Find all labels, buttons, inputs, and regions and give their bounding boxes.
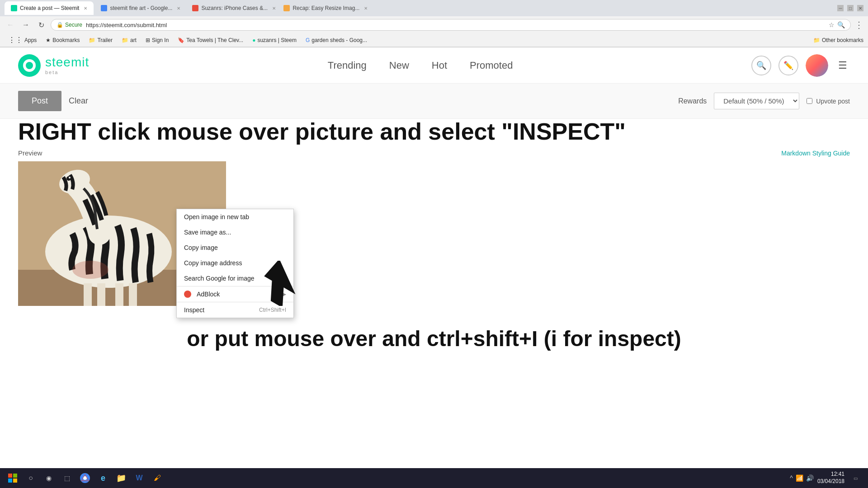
search-button[interactable]: 🔍 <box>751 56 771 75</box>
upvote-row: Upvote post <box>807 98 850 105</box>
bookmark-trailer[interactable]: 📁 Trailer <box>85 36 116 44</box>
svg-rect-5 <box>97 283 105 306</box>
svg-point-9 <box>66 176 71 181</box>
svg-rect-15 <box>13 479 17 483</box>
tab-google-fineart[interactable]: steemit fine art - Google... ✕ <box>94 1 185 15</box>
compose-button[interactable]: ✏️ <box>778 56 798 75</box>
svg-rect-6 <box>115 283 123 306</box>
wifi-icon[interactable]: 📶 <box>796 474 803 482</box>
taskbar-edge[interactable]: e <box>96 471 110 485</box>
page-content: steemit beta Trending New Hot Promoted 🔍… <box>0 47 868 488</box>
start-button[interactable] <box>5 471 20 485</box>
tab-close-1[interactable]: ✕ <box>84 6 87 11</box>
avatar-button[interactable] <box>806 54 828 77</box>
taskbar-search[interactable]: ○ <box>24 471 38 485</box>
nav-hot[interactable]: Hot <box>432 60 447 71</box>
bookmark-gardensheds[interactable]: G garden sheds - Goog... <box>302 36 371 44</box>
taskbar-word[interactable]: W <box>132 471 146 485</box>
nav-trending[interactable]: Trending <box>328 60 367 71</box>
reload-button[interactable]: ↻ <box>35 19 47 31</box>
tab-recap-resize[interactable]: Recap: Easy Resize Imag... ✕ <box>277 1 368 15</box>
taskbar-folder[interactable]: 📁 <box>114 471 128 485</box>
clear-button[interactable]: Clear <box>69 96 88 106</box>
post-button[interactable]: Post <box>18 91 61 111</box>
clock-date: 03/04/2018 <box>817 478 844 485</box>
steemit-header: steemit beta Trending New Hot Promoted 🔍… <box>0 47 868 84</box>
title-bar: Create a post — Steemit ✕ steemit fine a… <box>0 0 868 16</box>
tab-favicon-2 <box>101 5 107 11</box>
bookmark-star-icon[interactable]: ☆ <box>829 21 835 28</box>
bookmark-apps[interactable]: ⋮⋮ Apps <box>5 35 40 45</box>
markdown-link[interactable]: Markdown Styling Guide <box>781 150 850 157</box>
bookmark-gardensheds-label: garden sheds - Goog... <box>311 37 367 43</box>
tab-title-2: steemit fine art - Google... <box>110 5 172 11</box>
taskbar-search-icon: ○ <box>28 474 33 482</box>
logo-name: steemit <box>45 56 89 70</box>
save-image-label: Save image as... <box>184 229 231 236</box>
tab-favicon-3 <box>192 5 198 11</box>
other-bookmarks[interactable]: 📁 Other bookmarks <box>813 37 863 43</box>
taskbar-paint[interactable]: 🖌 <box>150 471 165 485</box>
apps-grid-icon: ⋮⋮ <box>8 36 23 44</box>
tab-close-2[interactable]: ✕ <box>177 6 180 11</box>
taskbar-cortana[interactable]: ◉ <box>42 471 56 485</box>
bookmark-bookmarks-label: Bookmarks <box>52 37 80 43</box>
minimize-button[interactable]: ─ <box>837 5 844 11</box>
context-save-image[interactable]: Save image as... <box>177 225 293 240</box>
svg-marker-11 <box>258 261 307 306</box>
address-input[interactable]: 🔒 Secure https://steemit.com/submit.html… <box>51 19 851 31</box>
bookmark-signin[interactable]: ⊞ Sign In <box>142 36 172 44</box>
extensions-icon[interactable]: ⋮ <box>854 19 863 30</box>
back-button[interactable]: ← <box>5 19 16 31</box>
adblock-icon <box>184 291 191 298</box>
tab-steemit-create[interactable]: Create a post — Steemit ✕ <box>5 1 94 15</box>
bookmark-trailer-label: Trailer <box>97 37 113 43</box>
tab-title-1: Create a post — Steemit <box>20 5 79 11</box>
context-copy-image[interactable]: Copy image <box>177 240 293 255</box>
bookmark-apps-label: Apps <box>24 37 37 43</box>
rewards-select[interactable]: Default (50% / 50%) <box>714 93 799 109</box>
upvote-label: Upvote post <box>816 98 850 105</box>
logo-inner <box>23 59 36 72</box>
bookmark-teatowels[interactable]: 🔖 Tea Towels | The Clev... <box>174 36 247 44</box>
bookmark-art[interactable]: 📁 art <box>118 36 140 44</box>
tab-close-4[interactable]: ✕ <box>364 6 368 11</box>
upvote-checkbox[interactable] <box>807 98 812 104</box>
word-icon: W <box>136 474 142 482</box>
steemit-logo[interactable]: steemit beta <box>18 54 89 77</box>
chrome-taskbar-icon <box>80 473 90 483</box>
folder-icon-other: 📁 <box>813 37 820 43</box>
taskbar-sys-icons: ^ 📶 🔊 <box>790 474 814 482</box>
toolbar-right: Rewards Default (50% / 50%) Upvote post <box>678 93 850 109</box>
zoom-icon[interactable]: 🔍 <box>837 21 845 28</box>
bookmark-suzanrs[interactable]: ● suzanrs | Steem <box>249 36 300 44</box>
taskbar-task-view[interactable]: ⬚ <box>60 471 74 485</box>
bookmark-teatowels-label: Tea Towels | The Clev... <box>186 37 243 43</box>
close-button[interactable]: ✕ <box>857 5 863 11</box>
hamburger-button[interactable]: ☰ <box>835 57 850 74</box>
context-open-new-tab[interactable]: Open image in new tab <box>177 209 293 225</box>
tabs-container: Create a post — Steemit ✕ steemit fine a… <box>5 1 833 15</box>
main-nav: Trending New Hot Promoted <box>328 60 513 71</box>
preview-label: Preview <box>18 149 42 157</box>
header-actions: 🔍 ✏️ ☰ <box>751 54 850 77</box>
chevron-up-icon[interactable]: ^ <box>790 474 793 482</box>
bookmark-bookmarks[interactable]: ★ Bookmarks <box>42 36 83 44</box>
show-desktop-button[interactable]: ▭ <box>848 471 863 485</box>
nav-promoted[interactable]: Promoted <box>470 60 513 71</box>
secure-badge: 🔒 Secure <box>57 22 82 28</box>
forward-button[interactable]: → <box>20 19 32 31</box>
taskbar-chrome[interactable] <box>78 471 92 485</box>
svg-rect-13 <box>13 474 17 478</box>
window-controls: ─ □ ✕ <box>837 5 863 11</box>
maximize-button[interactable]: □ <box>847 5 854 11</box>
taskbar-clock[interactable]: 12:41 03/04/2018 <box>817 471 844 485</box>
volume-icon[interactable]: 🔊 <box>806 474 814 482</box>
tab-title-3: Suzanrs: iPhone Cases &... <box>201 5 268 11</box>
inspect-arrow <box>258 261 312 308</box>
nav-new[interactable]: New <box>389 60 409 71</box>
logo-text-wrap: steemit beta <box>45 56 89 75</box>
bottom-instruction-text: or put mouse over and ctrl+shift+I (i fo… <box>0 317 868 352</box>
tab-suzanrs-iphone[interactable]: Suzanrs: iPhone Cases &... ✕ <box>186 1 276 15</box>
tab-close-3[interactable]: ✕ <box>272 6 276 11</box>
